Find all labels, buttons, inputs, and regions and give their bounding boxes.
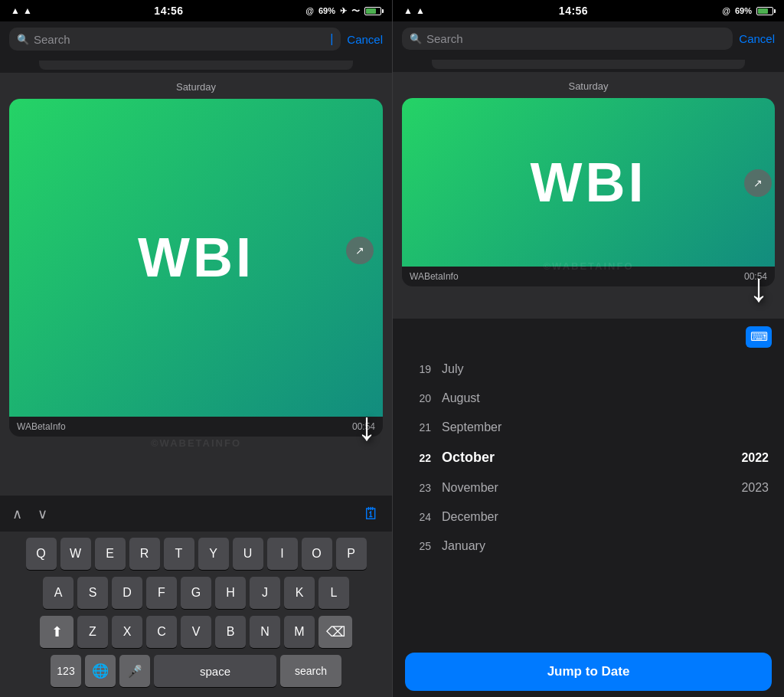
battery-percent-left: 69% <box>318 6 335 15</box>
right-sender-name: WABetaInfo <box>410 271 459 282</box>
key-search[interactable]: search <box>280 655 341 687</box>
right-message-footer: WABetaInfo 00:54 <box>402 267 775 286</box>
key-delete[interactable]: ⌫ <box>318 616 352 648</box>
date-row-december[interactable]: 24 December <box>393 502 784 532</box>
key-space[interactable]: space <box>154 655 276 687</box>
key-b[interactable]: B <box>215 616 246 648</box>
right-search-icon: 🔍 <box>410 33 422 44</box>
left-content-area: Saturday WBI WABetaInfo 00:54 ↗ ↓ ©WABET… <box>0 74 392 495</box>
right-share-button[interactable]: ↗ <box>744 169 772 197</box>
date-row-august[interactable]: 20 August <box>393 384 784 413</box>
left-keyboard: Q W E R T Y U I O P A S D F G H J K L ⬆ … <box>0 532 392 697</box>
key-x[interactable]: X <box>112 616 142 648</box>
date-row-october[interactable]: 22 October 2022 <box>393 442 784 473</box>
right-time: 14:56 <box>559 5 588 17</box>
airplane-icon: ✈ <box>340 6 347 16</box>
date-num-25: 25 <box>408 540 431 552</box>
key-p[interactable]: P <box>336 538 367 570</box>
key-shift[interactable]: ⬆ <box>40 616 74 648</box>
keyboard-row-2: A S D F G H J K L <box>3 577 389 609</box>
date-num-24: 24 <box>408 511 431 523</box>
key-d[interactable]: D <box>112 577 142 609</box>
left-status-bar: ▲ ▲ 14:56 @ 69% ✈ 〜 <box>0 0 392 21</box>
left-message-bubble: WBI WABetaInfo 00:54 <box>9 99 383 437</box>
key-y[interactable]: Y <box>198 538 229 570</box>
jump-to-date-button[interactable]: Jump to Date <box>405 653 772 691</box>
left-toolbar-arrows: ∧ ∨ <box>12 506 47 522</box>
key-v[interactable]: V <box>181 616 211 648</box>
date-year-23: 2023 <box>741 481 769 495</box>
left-search-bar: 🔍 | Cancel <box>0 21 392 57</box>
date-num-21: 21 <box>408 421 431 434</box>
location-icon: @ <box>305 6 314 15</box>
left-message-footer: WABetaInfo 00:54 <box>9 417 383 437</box>
key-z[interactable]: Z <box>77 616 108 648</box>
date-num-22: 22 <box>408 452 431 464</box>
left-down-arrow-button[interactable]: ∨ <box>38 506 47 522</box>
left-wbi-card: WBI <box>9 99 383 417</box>
key-e[interactable]: E <box>95 538 126 570</box>
key-mic[interactable]: 🎤 <box>119 655 150 687</box>
key-globe[interactable]: 🌐 <box>85 655 116 687</box>
date-row-july[interactable]: 19 July <box>393 355 784 384</box>
key-j[interactable]: J <box>250 577 280 609</box>
right-down-arrow: ↓ <box>749 264 769 310</box>
date-row-november[interactable]: 23 November 2023 <box>393 473 784 502</box>
right-signal-icon: ▲ <box>416 5 425 16</box>
right-wifi-icon: ▲ <box>403 5 413 16</box>
keyboard-row-4: 123 🌐 🎤 space search <box>3 655 389 687</box>
key-n[interactable]: N <box>250 616 280 648</box>
right-search-wrap[interactable]: 🔍 <box>402 28 733 50</box>
left-search-wrap[interactable]: 🔍 | <box>9 28 341 51</box>
left-search-icon: 🔍 <box>17 34 29 45</box>
left-down-arrow: ↓ <box>357 403 377 449</box>
key-i[interactable]: I <box>267 538 298 570</box>
key-h[interactable]: H <box>215 577 246 609</box>
left-wbi-text: WBI <box>138 226 254 289</box>
right-scroll-top <box>393 56 784 73</box>
right-panel: ▲ ▲ 14:56 @ 69% 🔍 Cancel Saturday <box>392 0 784 697</box>
right-status-bar: ▲ ▲ 14:56 @ 69% <box>393 0 784 21</box>
right-location-icon: @ <box>722 6 730 15</box>
key-q[interactable]: Q <box>26 538 57 570</box>
left-toolbar: ∧ ∨ 🗓 <box>0 495 392 532</box>
key-r[interactable]: R <box>129 538 160 570</box>
left-search-input[interactable] <box>34 33 325 46</box>
battery-icon-left <box>364 7 381 15</box>
left-calendar-search-icon[interactable]: 🗓 <box>363 504 380 524</box>
key-k[interactable]: K <box>284 577 315 609</box>
key-l[interactable]: L <box>318 577 349 609</box>
signal-icon: ▲ <box>23 5 32 16</box>
key-w[interactable]: W <box>60 538 91 570</box>
date-num-19: 19 <box>408 363 431 375</box>
date-row-september[interactable]: 21 September <box>393 413 784 442</box>
key-u[interactable]: U <box>233 538 263 570</box>
right-keyboard-icon[interactable]: ⌨ <box>746 326 772 348</box>
key-a[interactable]: A <box>43 577 74 609</box>
left-share-button[interactable]: ↗ <box>346 237 374 264</box>
right-cancel-button[interactable]: Cancel <box>739 32 775 45</box>
wifi-icon: ▲ <box>11 5 20 16</box>
key-m[interactable]: M <box>284 616 315 648</box>
left-up-arrow-button[interactable]: ∧ <box>12 506 22 522</box>
right-status-right: @ 69% <box>722 6 773 15</box>
right-wbi-card: WBI <box>402 98 775 267</box>
key-o[interactable]: O <box>302 538 332 570</box>
left-status-right: @ 69% ✈ 〜 <box>305 5 381 17</box>
right-content-area: Saturday WBI WABetaInfo 00:54 ↗ ↓ ©WABET… <box>393 73 784 318</box>
left-day-header: Saturday <box>0 74 392 99</box>
key-t[interactable]: T <box>164 538 194 570</box>
right-search-input[interactable] <box>426 32 725 45</box>
left-sender-name: WABetaInfo <box>17 421 66 432</box>
date-year-22: 2022 <box>741 451 769 465</box>
key-f[interactable]: F <box>146 577 177 609</box>
key-c[interactable]: C <box>146 616 177 648</box>
left-scroll-top <box>0 57 392 74</box>
key-123[interactable]: 123 <box>51 655 81 687</box>
left-cancel-button[interactable]: Cancel <box>347 33 383 46</box>
date-month-january: January <box>442 539 769 553</box>
left-time: 14:56 <box>154 5 183 17</box>
key-g[interactable]: G <box>181 577 211 609</box>
key-s[interactable]: S <box>77 577 108 609</box>
date-row-january[interactable]: 25 January <box>393 532 784 561</box>
